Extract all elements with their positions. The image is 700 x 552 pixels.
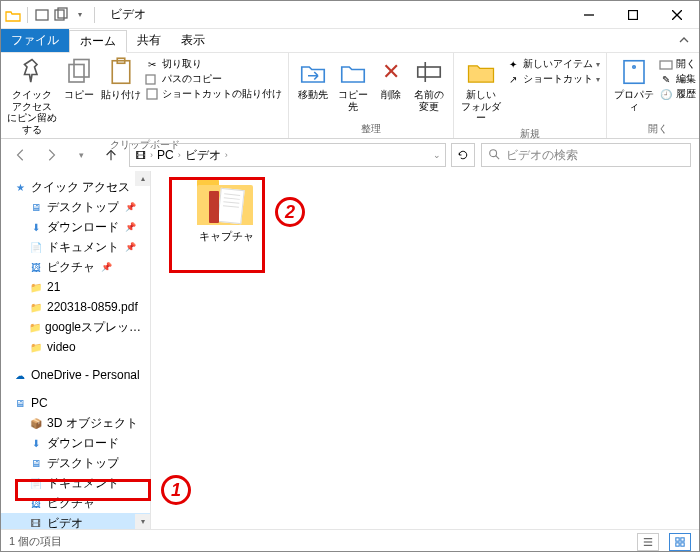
pin-icon: 📌 [125, 202, 136, 212]
edit-button[interactable]: ✎編集 [659, 72, 700, 86]
breadcrumb[interactable]: 🎞 › PC › ビデオ › ⌄ [129, 143, 446, 167]
pictures-icon: 🖼 [29, 260, 43, 274]
up-button[interactable] [99, 143, 123, 167]
tree-pc[interactable]: 🖥PC [1, 393, 150, 413]
folder-icon: 📁 [29, 300, 43, 314]
delete-button[interactable]: ✕ 削除 [373, 55, 409, 103]
search-placeholder: ビデオの検索 [506, 147, 578, 164]
view-details-button[interactable] [637, 533, 659, 551]
svg-rect-30 [676, 542, 679, 545]
forward-button[interactable] [39, 143, 63, 167]
easy-access-button[interactable]: ↗ショートカット ▾ [506, 72, 600, 86]
tree-documents[interactable]: 📄ドキュメント📌 [1, 237, 150, 257]
search-icon [488, 148, 500, 163]
tab-home[interactable]: ホーム [69, 30, 127, 53]
ribbon: クイック アクセス にピン留めする コピー 貼り付け ✂切り取り パスのコピー … [1, 53, 699, 139]
new-item-icon: ✦ [506, 57, 520, 71]
properties-icon [619, 57, 649, 87]
svg-point-23 [490, 149, 497, 156]
tree-onedrive[interactable]: ☁OneDrive - Personal [1, 365, 150, 385]
group-label: 整理 [293, 121, 449, 137]
open-button[interactable]: 開く ▾ [659, 57, 700, 71]
tree-quick-access[interactable]: ★クイック アクセス [1, 177, 150, 197]
qat-item[interactable] [34, 7, 50, 23]
delete-icon: ✕ [376, 57, 406, 87]
cut-button[interactable]: ✂切り取り [145, 57, 282, 71]
move-to-button[interactable]: 移動先 [293, 55, 333, 103]
paste-shortcut-icon [145, 87, 159, 101]
folder-icon: 📁 [29, 280, 43, 294]
maximize-button[interactable] [611, 1, 655, 29]
qat-dropdown[interactable]: ▾ [72, 7, 88, 23]
view-icons-button[interactable] [669, 533, 691, 551]
group-label: 新規 [458, 126, 602, 142]
paste-icon [106, 57, 136, 87]
tree-folder[interactable]: 📁googleスプレッドシートを新 [1, 317, 150, 337]
tree-desktop[interactable]: 🖥デスクトップ📌 [1, 197, 150, 217]
copy-to-button[interactable]: コピー先 [333, 55, 373, 114]
svg-rect-8 [74, 60, 89, 78]
pin-icon: 📌 [125, 222, 136, 232]
close-button[interactable] [655, 1, 699, 29]
onedrive-icon: ☁ [13, 368, 27, 382]
content-pane[interactable]: キャプチャ [151, 171, 699, 529]
pictures-icon: 🖼 [29, 496, 43, 510]
tree-downloads[interactable]: ⬇ダウンロード📌 [1, 217, 150, 237]
minimize-button[interactable] [567, 1, 611, 29]
new-item-button[interactable]: ✦新しいアイテム ▾ [506, 57, 600, 71]
breadcrumb-current[interactable]: ビデオ [183, 147, 223, 164]
tree-folder[interactable]: 📁220318-0859.pdf [1, 297, 150, 317]
svg-rect-7 [69, 65, 84, 83]
pin-to-quick-access-button[interactable]: クイック アクセス にピン留めする [5, 55, 59, 137]
folder-item-capture[interactable]: キャプチャ [181, 179, 271, 244]
pin-icon: 📌 [125, 242, 136, 252]
svg-line-24 [496, 155, 499, 158]
documents-icon: 📄 [29, 476, 43, 490]
svg-rect-13 [418, 67, 441, 77]
refresh-button[interactable] [451, 143, 475, 167]
nav-tree[interactable]: ▴ ★クイック アクセス 🖥デスクトップ📌 ⬇ダウンロード📌 📄ドキュメント📌 … [1, 171, 151, 529]
folder-icon: 📁 [29, 340, 43, 354]
ribbon-collapse-icon[interactable] [669, 29, 699, 52]
properties-button[interactable]: プロパティ [611, 55, 657, 114]
tree-3d-objects[interactable]: 📦3D オブジェクト [1, 413, 150, 433]
new-folder-button[interactable]: 新しい フォルダー [458, 55, 504, 126]
history-button[interactable]: 🕘履歴 [659, 87, 700, 101]
search-input[interactable]: ビデオの検索 [481, 143, 691, 167]
paste-button[interactable]: 貼り付け [99, 55, 143, 103]
pin-icon: 📌 [101, 262, 112, 272]
tree-pictures[interactable]: 🖼ピクチャ📌 [1, 257, 150, 277]
tab-view[interactable]: 表示 [171, 29, 215, 52]
svg-rect-9 [112, 61, 130, 84]
rename-button[interactable]: 名前の 変更 [409, 55, 449, 114]
copy-path-button[interactable]: パスのコピー [145, 72, 282, 86]
breadcrumb-dropdown[interactable]: ⌄ [433, 150, 441, 160]
tree-pc-documents[interactable]: 📄ドキュメント [1, 473, 150, 493]
folder-label: キャプチャ [199, 229, 254, 244]
tree-pc-pictures[interactable]: 🖼ピクチャ [1, 493, 150, 513]
status-bar: 1 個の項目 [1, 529, 699, 552]
svg-rect-15 [624, 61, 644, 84]
breadcrumb-pc[interactable]: PC [155, 148, 176, 162]
tab-share[interactable]: 共有 [127, 29, 171, 52]
tree-folder[interactable]: 📁21 [1, 277, 150, 297]
tree-scroll-up[interactable]: ▴ [135, 171, 150, 186]
copy-button[interactable]: コピー [59, 55, 99, 103]
folder-icon: 📁 [29, 320, 41, 334]
easy-access-icon: ↗ [506, 72, 520, 86]
paste-shortcut-button[interactable]: ショートカットの貼り付け [145, 87, 282, 101]
copy-path-icon [145, 72, 159, 86]
recent-dropdown[interactable]: ▾ [69, 143, 93, 167]
item-count: 1 個の項目 [9, 534, 62, 549]
new-folder-icon [466, 57, 496, 87]
tree-pc-video[interactable]: 🎞ビデオ [1, 513, 150, 529]
back-button[interactable] [9, 143, 33, 167]
tree-scroll-down[interactable]: ▾ [135, 514, 150, 529]
pin-icon [17, 57, 47, 87]
tree-folder[interactable]: 📁video [1, 337, 150, 357]
obj3d-icon: 📦 [29, 416, 43, 430]
tree-pc-downloads[interactable]: ⬇ダウンロード [1, 433, 150, 453]
tree-pc-desktop[interactable]: 🖥デスクトップ [1, 453, 150, 473]
qat-item[interactable] [53, 7, 69, 23]
tab-file[interactable]: ファイル [1, 29, 69, 52]
